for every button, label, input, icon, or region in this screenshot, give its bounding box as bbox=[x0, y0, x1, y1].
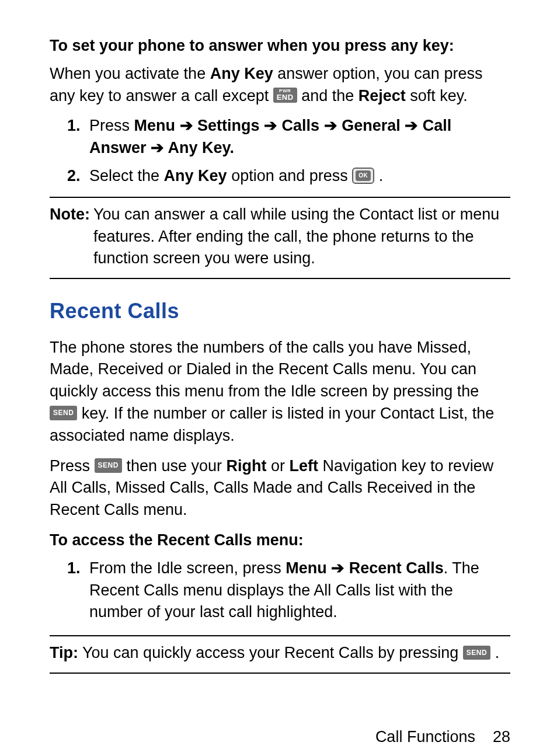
text: key. If the number or caller is listed i… bbox=[50, 405, 494, 444]
text: Press bbox=[50, 457, 95, 475]
note-body: You can answer a call while using the Co… bbox=[93, 204, 510, 270]
arrow-icon: ➔ bbox=[319, 117, 342, 134]
send-key-icon: SEND bbox=[50, 406, 77, 420]
step-body: Select the Any Key option and press OK . bbox=[89, 165, 510, 187]
steps-access-recent-calls: 1. From the Idle screen, press Menu ➔ Re… bbox=[50, 558, 510, 623]
text: From the Idle screen, press bbox=[89, 559, 286, 577]
text-bold: Recent Calls bbox=[349, 559, 444, 577]
text: . bbox=[379, 167, 384, 184]
key-label-ok: OK bbox=[356, 170, 371, 181]
send-key-icon: SEND bbox=[463, 646, 490, 660]
tip-body: You can quickly access your Recent Calls… bbox=[78, 644, 463, 661]
text: The phone stores the numbers of the call… bbox=[50, 339, 479, 400]
text-bold: Settings bbox=[197, 117, 260, 134]
arrow-icon: ➔ bbox=[327, 559, 349, 577]
text: and the bbox=[301, 87, 358, 104]
step-number: 2. bbox=[61, 165, 89, 187]
text-bold-any-key: Any Key bbox=[210, 65, 273, 82]
tip-label: Tip: bbox=[50, 644, 78, 661]
text: then use your bbox=[126, 457, 226, 475]
arrow-icon: ➔ bbox=[401, 117, 423, 134]
key-label-end: END bbox=[277, 93, 294, 101]
text-bold-reject: Reject bbox=[358, 87, 406, 104]
list-item: 1. Press Menu ➔ Settings ➔ Calls ➔ Gener… bbox=[50, 115, 510, 159]
steps-set-any-key: 1. Press Menu ➔ Settings ➔ Calls ➔ Gener… bbox=[50, 115, 510, 187]
tip-block: Tip: You can quickly access your Recent … bbox=[50, 635, 510, 674]
section-title-recent-calls: Recent Calls bbox=[50, 297, 510, 326]
step-number: 1. bbox=[61, 115, 89, 137]
note-block: Note: You can answer a call while using … bbox=[50, 197, 510, 279]
text: option and press bbox=[227, 167, 353, 184]
text-bold: Menu bbox=[134, 117, 176, 134]
text: When you activate the bbox=[50, 65, 210, 82]
text: Select the bbox=[89, 167, 164, 184]
text-bold: Right bbox=[227, 457, 267, 475]
step-body: From the Idle screen, press Menu ➔ Recen… bbox=[89, 558, 510, 623]
text-bold: Left bbox=[290, 457, 319, 475]
paragraph-recent-calls-intro: The phone stores the numbers of the call… bbox=[50, 337, 510, 447]
step-number: 1. bbox=[61, 558, 89, 580]
footer-page-number: 28 bbox=[493, 726, 510, 748]
paragraph-recent-calls-nav: Press SEND then use your Right or Left N… bbox=[50, 455, 510, 521]
pwr-end-key-icon: PWREND bbox=[273, 88, 297, 103]
footer-section-name: Call Functions bbox=[375, 726, 475, 748]
subheading-access-recent-calls: To access the Recent Calls menu: bbox=[50, 529, 510, 552]
text-bold: Calls bbox=[282, 117, 320, 134]
send-key-icon: SEND bbox=[95, 458, 122, 473]
text-bold: General bbox=[342, 117, 401, 134]
list-item: 2. Select the Any Key option and press O… bbox=[50, 165, 510, 187]
text: or bbox=[267, 457, 290, 475]
text-bold: Any Key bbox=[164, 167, 227, 184]
text: . bbox=[495, 644, 500, 661]
subheading-set-any-key: To set your phone to answer when you pre… bbox=[50, 35, 510, 57]
text: soft key. bbox=[406, 87, 468, 104]
arrow-icon: ➔ bbox=[175, 117, 197, 134]
page-footer: Call Functions 28 bbox=[50, 726, 510, 748]
paragraph-any-key-intro: When you activate the Any Key answer opt… bbox=[50, 63, 510, 107]
text-bold: Menu bbox=[286, 559, 327, 577]
ok-key-icon: OK bbox=[352, 168, 374, 184]
arrow-icon: ➔ bbox=[260, 117, 282, 134]
note-label: Note: bbox=[50, 204, 90, 226]
text: Press bbox=[89, 117, 134, 134]
arrow-icon: ➔ bbox=[147, 139, 168, 156]
list-item: 1. From the Idle screen, press Menu ➔ Re… bbox=[50, 558, 510, 623]
step-body: Press Menu ➔ Settings ➔ Calls ➔ General … bbox=[89, 115, 510, 159]
text-bold: Any Key. bbox=[168, 139, 235, 156]
